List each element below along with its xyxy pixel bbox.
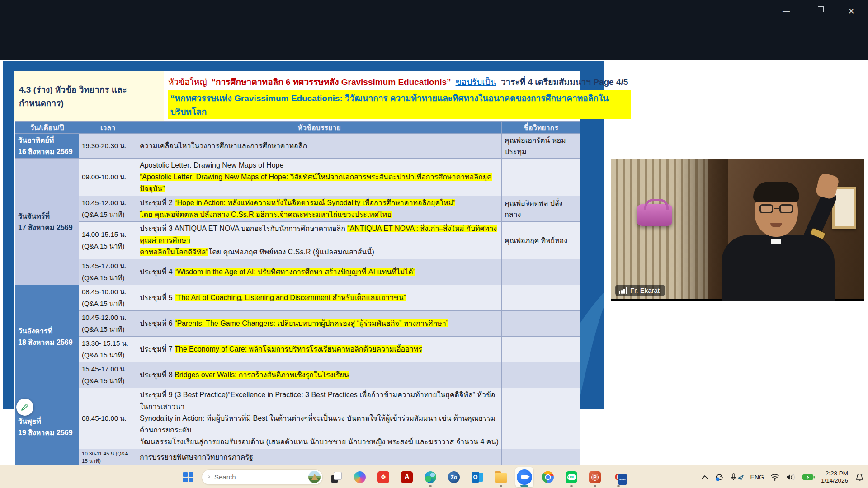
copilot-icon[interactable] — [351, 467, 369, 487]
column-header: วัน/เดือน/ปี — [15, 122, 79, 134]
volume-icon[interactable] — [786, 474, 796, 481]
topic-cell: ประชุมที่ 5 “The Art of Coaching, Listen… — [137, 285, 502, 311]
speaker-cell: คุณพ่อภฤศ ทิพย์ทอง — [502, 222, 580, 259]
speaker-cell — [502, 259, 580, 285]
adjust-link: ขอปรับเป็น — [456, 75, 496, 89]
location-icon — [738, 475, 743, 480]
topic-cell: ประชุมที่ 3 ANTIQUA ET NOVA บอกอะไรกับนั… — [137, 222, 502, 259]
mic-icon — [732, 474, 735, 478]
speaker-cell: คุณพ่อเอกรัตน์ หอมประทุม — [502, 134, 580, 159]
time-cell: 14.00-15.15 น.(Q&A 15 นาที) — [79, 222, 137, 259]
clock-date: 1/14/2026 — [821, 477, 848, 484]
system-tray: ENG 2:28 PM — [702, 465, 864, 488]
time-cell: 10.45-12.00 น.(Q&A 15 นาที) — [79, 196, 137, 222]
topic-cell: ประชุมที่ 9 (3 Best Practice)“Excellence… — [137, 388, 502, 449]
signal-bars-icon — [619, 287, 627, 294]
notification-bell-icon[interactable]: z — [854, 473, 864, 482]
sync-icon[interactable] — [714, 473, 724, 482]
time-cell: 19.30-20.30 น. — [79, 134, 137, 159]
pencil-icon — [20, 403, 29, 412]
snip-squares-icon[interactable] — [327, 467, 345, 487]
pink-bag — [637, 204, 672, 226]
topic-quote: “การศึกษาคาทอลิก 6 ทศวรรษหลัง Gravissimu… — [212, 75, 451, 89]
taskbar-clock[interactable]: 2:28 PM 1/14/2026 — [821, 470, 848, 484]
search-box[interactable] — [202, 469, 323, 485]
clock-time: 2:28 PM — [821, 470, 848, 477]
agenda-reference: วาระที่ 4 เตรียมสัมมนาฯ Page 4/5 — [501, 75, 631, 89]
participant-video-tile[interactable]: Fr. Ekarat — [611, 159, 864, 301]
topic-cell: ประชุมที่ 4 “Wisdom in the Age of AI: ปร… — [137, 259, 502, 285]
table-row: วันพุธที่19 สิงหาคม 256908.45-10.00 น.ปร… — [15, 388, 580, 449]
table-row: 15.45-17.00 น.(Q&A 15 นาที)ประชุมที่ 4 “… — [15, 259, 580, 285]
speaker-cell — [502, 337, 580, 362]
search-icon — [208, 474, 210, 480]
topic-cell: ประชุมที่ 2 “Hope in Action: พลังแห่งควา… — [137, 196, 502, 222]
wifi-icon[interactable] — [770, 474, 779, 481]
acrobat-icon[interactable]: A — [398, 467, 416, 487]
zoom-icon[interactable] — [515, 467, 533, 487]
topic-cell: ประชุมที่ 8 Bridges over Walls: การสร้าง… — [137, 362, 502, 388]
language-indicator[interactable]: ENG — [750, 474, 764, 481]
agenda-document: 4.3 (ร่าง) หัวข้อ วิทยากร และ กำหนดการ) … — [14, 71, 580, 467]
time-cell: 10.45-12.00 น.(Q&A 15 นาที) — [79, 311, 137, 337]
document-header: 4.3 (ร่าง) หัวข้อ วิทยากร และ กำหนดการ) … — [14, 71, 580, 121]
diamond-app-icon[interactable]: ❖ — [374, 467, 392, 487]
restore-icon[interactable] — [808, 5, 829, 18]
battery-charging-icon[interactable] — [802, 474, 815, 481]
column-header: เวลา — [79, 122, 137, 134]
minimize-icon[interactable]: — — [776, 5, 797, 18]
spss-icon[interactable]: Σα — [445, 467, 463, 487]
topic-prefix: หัวข้อใหญ่ — [168, 75, 207, 89]
edge-icon[interactable] — [421, 467, 439, 487]
time-cell: 08.45-10.00 น.(Q&A 15 นาที) — [79, 285, 137, 311]
shared-screen-slide: 4.3 (ร่าง) หัวข้อ วิทยากร และ กำหนดการ) … — [3, 61, 604, 409]
video-scene — [611, 159, 864, 299]
chrome-icon[interactable] — [539, 467, 557, 487]
file-explorer-icon[interactable] — [492, 467, 510, 487]
column-header: ชื่อวิทยากร — [502, 122, 580, 134]
search-input[interactable] — [214, 473, 304, 481]
speaker-cell — [502, 285, 580, 311]
table-header-row: วัน/เดือน/ปีเวลาหัวข้อบรรยายชื่อวิทยากร — [15, 122, 580, 134]
topic-cell: การบรรยายพิเศษจากวิทยากรภาครัฐ — [137, 449, 502, 466]
annotate-pencil-button[interactable] — [16, 399, 33, 416]
table-row: 10.45-12.00 น.(Q&A 15 นาที)ประชุมที่ 6 “… — [15, 311, 580, 337]
speaker-cell: คุณพ่อจิตตพล ปลั่งกลาง — [502, 196, 580, 222]
speaker-cell — [502, 449, 580, 466]
table-row: 10.45-12.00 น.(Q&A 15 นาที)ประชุมที่ 2 “… — [15, 196, 580, 222]
topic-cell: ความเคลื่อนไหวในวงการศึกษาและการศึกษาคาท… — [137, 134, 502, 159]
chevron-up-icon[interactable] — [702, 475, 708, 479]
start-button[interactable] — [179, 468, 197, 486]
participant-name: Fr. Ekarat — [630, 286, 660, 294]
day-cell: วันอังคารที่18 สิงหาคม 2569 — [15, 285, 79, 388]
day-cell: วันจันทร์ที่17 สิงหาคม 2569 — [15, 159, 79, 285]
section-label: 4.3 (ร่าง) หัวข้อ วิทยากร และ กำหนดการ) — [14, 71, 164, 121]
table-row: วันจันทร์ที่17 สิงหาคม 256909.00-10.00 น… — [15, 159, 580, 196]
table-row: 14.00-15.15 น.(Q&A 15 นาที)ประชุมที่ 3 A… — [15, 222, 580, 259]
powerpoint-icon[interactable]: P — [586, 467, 604, 487]
topic-cell: ประชุมที่ 7 The Economy of Care: พลิกโฉม… — [137, 337, 502, 362]
svg-text:z: z — [861, 473, 863, 476]
outlook-icon[interactable]: O — [468, 467, 486, 487]
speaker-cell — [502, 388, 580, 449]
taskbar-apps: ❖AΣαOLINEPCNEW — [327, 467, 627, 487]
time-cell: 15.45-17.00 น.(Q&A 15 นาที) — [79, 362, 137, 388]
table-row: วันอาทิตย์ที่16 สิงหาคม 256919.30-20.30 … — [15, 134, 580, 159]
schedule-table: วัน/เดือน/ปีเวลาหัวข้อบรรยายชื่อวิทยากร … — [15, 121, 580, 466]
speaker-cell — [502, 311, 580, 337]
bing-daily-image-icon[interactable] — [308, 471, 321, 483]
windows-start-icon — [183, 472, 193, 482]
table-row: 15.45-17.00 น.(Q&A 15 นาที)ประชุมที่ 8 B… — [15, 362, 580, 388]
day-cell: วันอาทิตย์ที่16 สิงหาคม 2569 — [15, 134, 79, 159]
speaker-cell — [502, 362, 580, 388]
close-icon[interactable]: ✕ — [841, 5, 862, 18]
table-row: 13.30- 15.15 น.(Q&A 15 นาที)ประชุมที่ 7 … — [15, 337, 580, 362]
mic-location-indicators[interactable] — [731, 473, 744, 481]
topic-cell: Apostolic Letter: Drawing New Maps of Ho… — [137, 159, 502, 196]
speaker-cell — [502, 159, 580, 196]
ccleaner-icon[interactable]: CNEW — [609, 467, 627, 487]
window-titlebar: — ✕ — [0, 0, 868, 60]
table-row: 10.30-11.45 น.(Q&A 15 นาที)การบรรยายพิเศ… — [15, 449, 580, 466]
time-cell: 08.45-10.00 น. — [79, 388, 137, 449]
line-icon[interactable]: LINE — [562, 467, 580, 487]
